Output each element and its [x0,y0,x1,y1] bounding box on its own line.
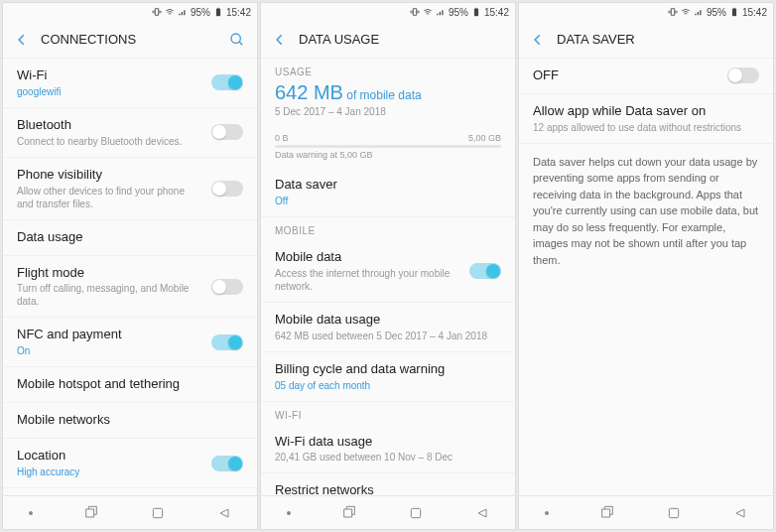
home-icon[interactable] [150,505,166,521]
section-usage: USAGE [261,59,515,81]
battery-pct: 95% [449,7,468,18]
phone-data-usage: 95% 15:42 DATA USAGE USAGE 642 MB of mob… [260,2,516,530]
row-allow-app[interactable]: Allow app while Data saver on12 apps all… [519,94,773,144]
back-nav-icon[interactable] [732,505,748,521]
row-phone-visibility[interactable]: Phone visibilityAllow other devices to f… [3,158,257,220]
description: Data saver helps cut down your data usag… [519,144,773,279]
page-title: DATA SAVER [557,32,761,47]
settings-list: Wi-FigooglewifiBluetoothConnect to nearb… [3,59,257,495]
section-wifi: WI-FI [261,402,515,425]
toggle[interactable] [211,181,243,197]
row-mobile-networks[interactable]: Mobile networks [3,403,257,439]
battery-icon [213,7,223,17]
status-bar: 95% 15:42 [3,3,257,21]
signal-icon [436,7,446,17]
section-mobile: MOBILE [261,217,515,240]
phone-data-saver: 95% 15:42 DATA SAVER OFF Allow app while… [518,2,774,530]
vibrate-icon [410,7,420,17]
page-title: CONNECTIONS [41,32,217,47]
svg-rect-7 [732,9,736,17]
bar-note: Data warning at 5,00 GB [261,148,515,168]
vibrate-icon [668,7,678,17]
page-title: DATA USAGE [299,32,503,47]
wifi-icon [423,7,433,17]
header: CONNECTIONS [3,21,257,59]
usage-bar: 0 B5,00 GB [261,127,515,148]
row-wi-fi[interactable]: Wi-Figooglewifi [3,59,257,108]
svg-rect-6 [411,508,420,517]
svg-rect-5 [475,8,477,9]
back-nav-icon[interactable] [474,505,490,521]
nav-dot[interactable] [29,511,33,515]
nav-bar [261,495,515,529]
recent-icon[interactable] [599,505,615,521]
toggle[interactable] [211,279,243,295]
signal-icon [178,7,188,17]
row-nfc-and-payment[interactable]: NFC and paymentOn [3,318,257,367]
row-off-toggle[interactable]: OFF [519,59,773,94]
usage-amount: 642 MB of mobile data [261,81,515,104]
battery-icon [471,7,481,17]
data-usage-content: USAGE 642 MB of mobile data 5 Dec 2017 –… [261,59,515,495]
svg-rect-8 [733,8,735,9]
back-icon[interactable] [531,33,545,47]
back-icon[interactable] [273,33,287,47]
status-bar: 95% 15:42 [261,3,515,21]
toggle[interactable] [211,124,243,140]
row-location[interactable]: LocationHigh accuracy [3,439,257,488]
recent-icon[interactable] [341,505,357,521]
toggle[interactable] [727,67,759,83]
nav-dot[interactable] [545,511,549,515]
toggle[interactable] [211,334,243,350]
nav-dot[interactable] [287,511,291,515]
home-icon[interactable] [408,505,424,521]
svg-rect-0 [216,9,220,17]
back-icon[interactable] [15,33,29,47]
row-data-saver[interactable]: Data saverOff [261,168,515,217]
wifi-icon [681,7,691,17]
clock: 15:42 [742,7,767,18]
status-bar: 95% 15:42 [519,3,773,21]
row-bluetooth[interactable]: BluetoothConnect to nearby Bluetooth dev… [3,108,257,158]
phone-connections: 95% 15:42 CONNECTIONS Wi-FigooglewifiBlu… [2,2,258,530]
wifi-icon [165,7,175,17]
data-saver-content: OFF Allow app while Data saver on12 apps… [519,59,773,495]
toggle[interactable] [469,263,501,279]
search-icon[interactable] [229,32,245,48]
battery-pct: 95% [191,7,210,18]
row-mobile-data-usage[interactable]: Mobile data usage642 MB used between 5 D… [261,303,515,352]
toggle[interactable] [211,74,243,90]
nav-bar [519,495,773,529]
row-mobile-data[interactable]: Mobile dataAccess the internet through y… [261,240,515,303]
clock: 15:42 [226,7,251,18]
battery-pct: 95% [707,7,726,18]
svg-rect-4 [474,9,478,17]
row-more-connection-settings[interactable]: More connection settings [3,488,257,495]
header: DATA USAGE [261,21,515,59]
signal-icon [694,7,704,17]
recent-icon[interactable] [83,505,99,521]
svg-rect-9 [669,508,678,517]
home-icon[interactable] [666,505,682,521]
nav-bar [3,495,257,529]
row-billing-cycle-and-data-warning[interactable]: Billing cycle and data warning05 day of … [261,352,515,402]
svg-rect-1 [217,8,219,9]
row-data-usage[interactable]: Data usage [3,220,257,256]
vibrate-icon [152,7,162,17]
row-restrict-networks[interactable]: Restrict networks [261,473,515,495]
row-flight-mode[interactable]: Flight modeTurn off calling, messaging, … [3,256,257,319]
toggle[interactable] [211,456,243,471]
clock: 15:42 [484,7,509,18]
svg-point-2 [231,34,240,43]
header: DATA SAVER [519,21,773,59]
svg-rect-3 [153,508,162,517]
row-wi-fi-data-usage[interactable]: Wi-Fi data usage20,41 GB used between 10… [261,425,515,474]
battery-icon [729,7,739,17]
row-mobile-hotspot-and-tethering[interactable]: Mobile hotspot and tethering [3,367,257,403]
usage-range: 5 Dec 2017 – 4 Jan 2018 [261,104,515,127]
back-nav-icon[interactable] [216,505,232,521]
